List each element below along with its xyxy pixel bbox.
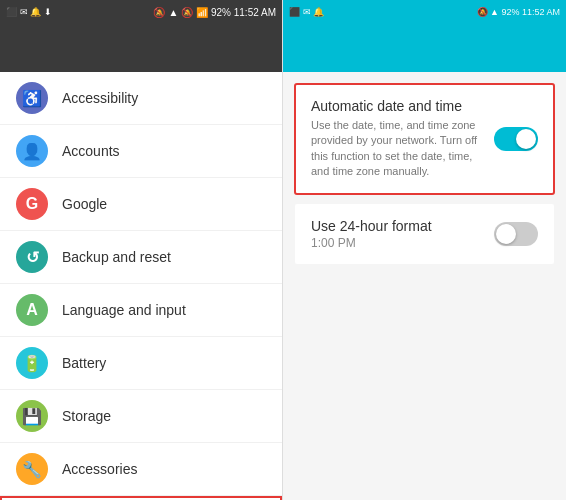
detail-card-auto-datetime: Automatic date and timeUse the date, tim… [295,84,554,194]
use-24hour-left: Use 24-hour format1:00 PM [311,218,432,250]
signal-icon: 🔕 [153,7,165,18]
accounts-label: Accounts [62,143,120,159]
auto-datetime-toggle-knob [516,129,536,149]
google-label: Google [62,196,107,212]
settings-item-storage[interactable]: 💾Storage [0,390,282,443]
settings-item-datetime[interactable]: 🕐Date and time [0,496,282,500]
auto-datetime-desc: Use the date, time, and time zone provid… [311,118,484,180]
accessories-label: Accessories [62,461,137,477]
storage-label: Storage [62,408,111,424]
language-icon: A [16,294,48,326]
use-24hour-title: Use 24-hour format [311,218,432,234]
detail-row-auto-datetime[interactable]: Automatic date and timeUse the date, tim… [295,84,554,194]
backup-label: Backup and reset [62,249,171,265]
detail-row-use-24hour[interactable]: Use 24-hour format1:00 PM [295,204,554,264]
settings-header [0,24,282,72]
battery-label: Battery [62,355,106,371]
accessibility-label: Accessibility [62,90,138,106]
notification-icons: ⬛ ✉ 🔔 ⬇ [6,7,52,17]
left-panel: ⬛ ✉ 🔔 ⬇ 🔕 ▲ 🔕 📶 92% 11:52 AM ♿Accessibil… [0,0,283,500]
settings-item-accessibility[interactable]: ♿Accessibility [0,72,282,125]
status-bar-left-icons: ⬛ ✉ 🔔 ⬇ [6,7,52,17]
battery-icon: 🔋 [16,347,48,379]
use-24hour-sub: 1:00 PM [311,236,432,250]
language-label: Language and input [62,302,186,318]
auto-datetime-toggle[interactable] [494,127,538,151]
right-panel: ⬛ ✉ 🔔 🔕 ▲ 92% 11:52 AM Automatic date an… [283,0,566,500]
auto-datetime-left: Automatic date and timeUse the date, tim… [311,98,494,180]
backup-icon: ↺ [16,241,48,273]
google-icon: G [16,188,48,220]
accounts-icon: 👤 [16,135,48,167]
settings-item-battery[interactable]: 🔋Battery [0,337,282,390]
auto-datetime-title: Automatic date and time [311,98,484,114]
left-status-bar: ⬛ ✉ 🔔 ⬇ 🔕 ▲ 🔕 📶 92% 11:52 AM [0,0,282,24]
wifi-icon: ▲ [168,7,178,18]
settings-item-accounts[interactable]: 👤Accounts [0,125,282,178]
settings-list: ♿Accessibility👤AccountsGGoogle↺Backup an… [0,72,282,500]
settings-item-backup[interactable]: ↺Backup and reset [0,231,282,284]
detail-header [283,24,566,72]
accessibility-icon: ♿ [16,82,48,114]
detail-content: Automatic date and timeUse the date, tim… [283,72,566,500]
right-status-bar: ⬛ ✉ 🔔 🔕 ▲ 92% 11:52 AM [283,0,566,24]
storage-icon: 💾 [16,400,48,432]
accessories-icon: 🔧 [16,453,48,485]
settings-item-google[interactable]: GGoogle [0,178,282,231]
right-status-info: 🔕 ▲ 92% 11:52 AM [477,7,560,17]
battery-text: 🔕 📶 92% 11:52 AM [181,7,276,18]
use-24hour-toggle-knob [496,224,516,244]
status-bar-right-info: 🔕 ▲ 🔕 📶 92% 11:52 AM [153,7,276,18]
use-24hour-toggle[interactable] [494,222,538,246]
settings-item-accessories[interactable]: 🔧Accessories [0,443,282,496]
settings-item-language[interactable]: ALanguage and input [0,284,282,337]
detail-card-use-24hour: Use 24-hour format1:00 PM [295,204,554,264]
right-notif-icons: ⬛ ✉ 🔔 [289,7,324,17]
